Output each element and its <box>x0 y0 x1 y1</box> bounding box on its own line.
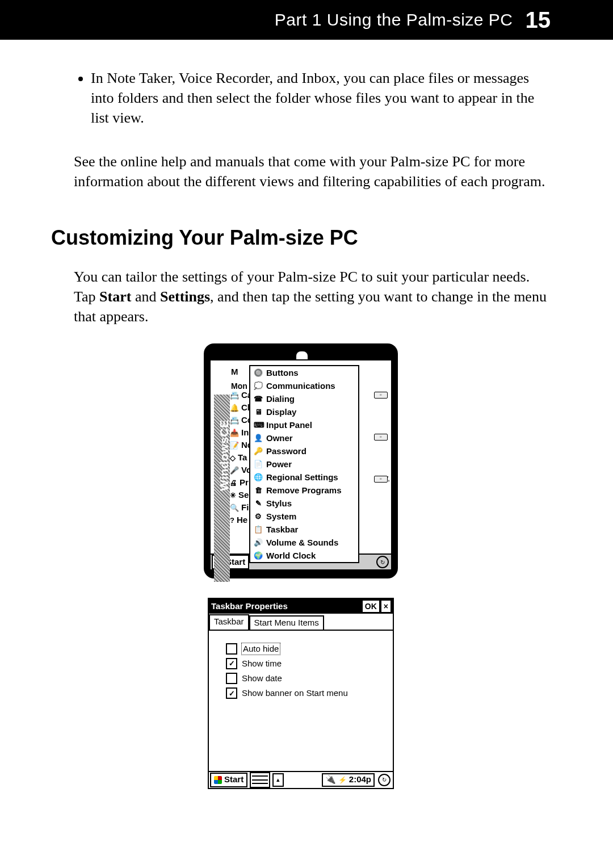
menu-item-icon: 🔑 <box>254 446 263 456</box>
connection-icon: 🔌 <box>325 774 336 785</box>
settings-menu-item[interactable]: ✎Stylus <box>250 497 358 510</box>
menu-item-label: Display <box>266 406 296 418</box>
settings-menu[interactable]: 🔘Buttons💭Communications☎Dialing🖥Display⌨… <box>249 365 359 563</box>
settings-menu-item[interactable]: 🗑Remove Programs <box>250 484 358 497</box>
tray-icon[interactable]: ↻ <box>378 774 391 786</box>
menu-item-label: System <box>266 511 296 522</box>
side-connector-icons: ≡ ≡ ≡ <box>374 392 388 483</box>
app-label-fragment: Fi <box>241 502 249 513</box>
title-bar: Taskbar Properties OK × <box>209 599 393 614</box>
menu-item-icon: ⌨ <box>254 420 263 430</box>
menu-item-icon: 👤 <box>254 433 263 443</box>
paragraph-help: See the online help and manuals that com… <box>74 152 551 191</box>
app-label-fragment: In <box>241 427 249 438</box>
keyboard-icon[interactable] <box>250 772 270 788</box>
app-icon: 📇 <box>230 391 239 401</box>
taskbar-properties-window: Taskbar Properties OK × Taskbar Start Me… <box>208 598 394 789</box>
app-icon: ✳ <box>230 490 236 501</box>
checkbox-icon[interactable] <box>226 643 237 655</box>
start-button[interactable]: Start <box>210 773 247 787</box>
app-label-fragment: Se <box>238 489 249 501</box>
settings-menu-item[interactable]: ⚙System <box>250 510 358 523</box>
device-notch-icon <box>295 350 309 359</box>
menu-item-icon: ☎ <box>254 394 263 404</box>
menu-item-icon: 🖥 <box>254 407 263 417</box>
menu-item-icon: ✎ <box>254 498 263 509</box>
settings-menu-item[interactable]: ☎Dialing <box>250 392 358 405</box>
menu-item-icon: 🌐 <box>254 472 263 483</box>
option-label: Auto hide <box>242 643 280 655</box>
header-letter: M <box>231 366 238 378</box>
option-label: Show date <box>242 673 282 684</box>
settings-menu-item[interactable]: 🔑Password <box>250 445 358 458</box>
settings-menu-item[interactable]: 📋Taskbar <box>250 523 358 536</box>
port-icon: ≡ <box>374 476 388 483</box>
bullet-item: In Note Taker, Voice Recorder, and Inbox… <box>91 68 551 128</box>
device-frame: WindowsCE M Mon y, p 📇Ca🔔Cl📇Co📥In📝No◇Ta🎤… <box>204 343 398 578</box>
menu-item-icon: 📋 <box>254 525 263 535</box>
window-title: Taskbar Properties <box>211 601 288 612</box>
menu-item-label: World Clock <box>266 550 316 561</box>
settings-menu-item[interactable]: ⌨Input Panel <box>250 418 358 431</box>
menu-item-label: Dialing <box>266 393 295 405</box>
option-row[interactable]: Show date <box>226 673 380 684</box>
settings-menu-item[interactable]: 🌐Regional Settings <box>250 471 358 484</box>
page-header: Part 1 Using the Palm-size PC 15 <box>0 0 613 40</box>
app-icon: 🔍 <box>230 503 239 513</box>
option-row[interactable]: ✓Show time <box>226 658 380 669</box>
app-label-fragment: Ta <box>238 452 247 463</box>
settings-menu-item[interactable]: 💭Communications <box>250 379 358 392</box>
settings-menu-item[interactable]: 📄Power <box>250 458 358 471</box>
windows-logo-icon <box>214 776 222 784</box>
start-term: Start <box>99 288 131 305</box>
start-button-label: Start <box>224 774 243 785</box>
app-label-fragment: Cl <box>241 402 250 413</box>
tab-start-menu-items[interactable]: Start Menu Items <box>249 615 324 629</box>
menu-item-label: Remove Programs <box>266 485 342 496</box>
up-arrow-button[interactable]: ▴ <box>272 773 284 787</box>
checkbox-icon[interactable] <box>226 673 237 684</box>
menu-item-label: Volume & Sounds <box>266 537 338 548</box>
options-panel: Auto hide✓Show timeShow date✓Show banner… <box>209 631 393 771</box>
close-button[interactable]: × <box>381 601 391 612</box>
menu-item-icon: 🔘 <box>254 368 263 378</box>
menu-item-label: Power <box>266 459 292 470</box>
settings-menu-item[interactable]: 🖥Display <box>250 405 358 418</box>
tab-strip: Taskbar Start Menu Items <box>209 614 393 630</box>
power-icon: ⚡ <box>338 775 347 785</box>
menu-item-label: Communications <box>266 380 335 392</box>
option-row[interactable]: Auto hide <box>226 643 380 655</box>
menu-item-icon: 💭 <box>254 381 263 391</box>
tab-taskbar[interactable]: Taskbar <box>209 614 249 629</box>
ok-button[interactable]: OK <box>363 601 379 612</box>
section-body: You can tailor the settings of your Palm… <box>74 267 551 326</box>
windows-ce-banner: WindowsCE <box>216 420 232 492</box>
checkbox-icon[interactable]: ✓ <box>226 658 237 669</box>
settings-menu-item[interactable]: 🔊Volume & Sounds <box>250 536 358 549</box>
app-label-fragment: Pr <box>240 477 249 488</box>
option-row[interactable]: ✓Show banner on Start menu <box>226 687 380 699</box>
menu-item-label: Owner <box>266 433 293 444</box>
menu-item-label: Regional Settings <box>266 472 338 483</box>
port-icon: ≡ <box>374 434 388 441</box>
menu-item-label: Password <box>266 446 306 457</box>
taskbar-clock[interactable]: 🔌 ⚡ 2:04p <box>322 773 375 787</box>
menu-item-label: Input Panel <box>266 420 312 431</box>
menu-item-label: Taskbar <box>266 524 298 535</box>
menu-item-icon: 🗑 <box>254 485 263 496</box>
settings-menu-item[interactable]: 👤Owner <box>250 431 358 445</box>
menu-item-icon: ⚙ <box>254 511 263 522</box>
app-icon: ? <box>230 515 234 526</box>
option-label: Show time <box>242 658 282 669</box>
section-heading: Customizing Your Palm-size PC <box>51 224 551 252</box>
settings-menu-item[interactable]: 🌍World Clock <box>250 549 358 562</box>
checkbox-icon[interactable]: ✓ <box>226 687 237 699</box>
taskbar[interactable]: Start ▴ 🔌 ⚡ 2:04p ↻ <box>209 771 393 788</box>
settings-menu-item[interactable]: 🔘Buttons <box>250 366 358 379</box>
tray-icon[interactable]: ↻ <box>376 556 389 568</box>
settings-term: Settings <box>160 288 210 305</box>
app-label-fragment: He <box>237 514 247 526</box>
menu-item-label: Stylus <box>266 498 292 509</box>
port-icon: ≡ <box>374 392 388 399</box>
menu-item-icon: 🌍 <box>254 551 263 561</box>
